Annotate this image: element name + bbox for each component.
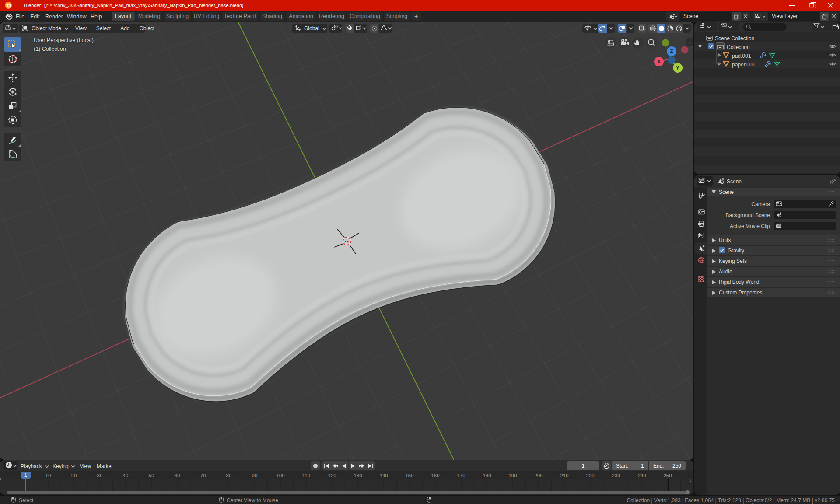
svg-text:Y: Y <box>676 65 679 70</box>
svg-text:X: X <box>657 59 661 64</box>
svg-text:Z: Z <box>670 49 673 54</box>
